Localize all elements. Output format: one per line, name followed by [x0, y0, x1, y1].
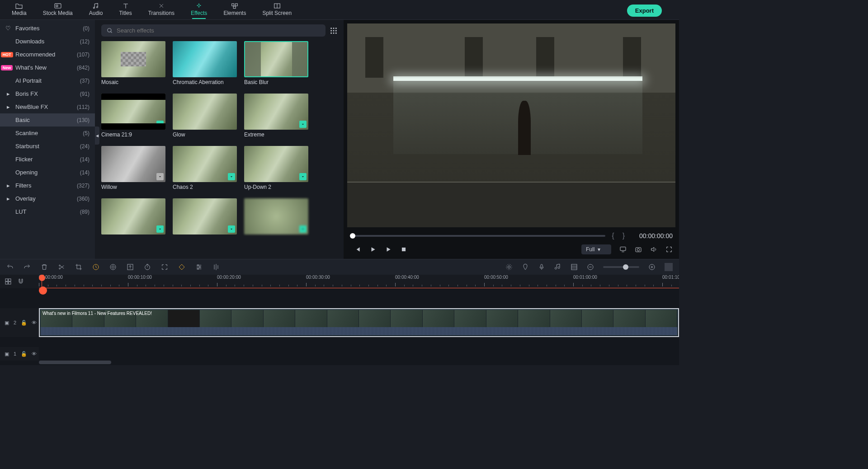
effect-thumb[interactable]: [173, 41, 237, 77]
effect-card[interactable]: [244, 198, 308, 236]
sidebar-item-boris-fx[interactable]: ▸Boris FX(91): [0, 87, 95, 100]
effect-thumb[interactable]: [101, 198, 165, 234]
effect-thumb[interactable]: [101, 41, 165, 77]
effect-card[interactable]: Up-Down 2: [244, 146, 308, 190]
mixer-button[interactable]: [554, 263, 561, 271]
effect-thumb[interactable]: [173, 94, 237, 130]
volume-button[interactable]: [650, 246, 657, 253]
zoom-out-button[interactable]: [587, 263, 594, 271]
fullscreen-button[interactable]: [665, 246, 673, 253]
effect-thumb[interactable]: [101, 146, 165, 182]
display-button[interactable]: [619, 246, 627, 253]
lock-icon[interactable]: 🔓: [21, 320, 27, 326]
duration-button[interactable]: [144, 263, 151, 271]
sidebar-item-what-s-new[interactable]: NewWhat's New(842): [0, 61, 95, 74]
greenscreen-button[interactable]: [127, 263, 134, 271]
sidebar-item-scanline[interactable]: Scanline(5): [0, 127, 95, 140]
split-button[interactable]: [58, 263, 65, 271]
track-options-button[interactable]: [5, 278, 12, 285]
play-button[interactable]: [370, 246, 376, 253]
zoom-in-button[interactable]: [648, 263, 656, 271]
search-input[interactable]: [117, 27, 320, 34]
search-box[interactable]: [101, 24, 326, 37]
effect-card[interactable]: Willow: [101, 146, 165, 190]
prev-frame-button[interactable]: [354, 246, 361, 253]
effect-card[interactable]: Glow: [173, 94, 237, 138]
sidebar-collapse[interactable]: ◀: [95, 127, 99, 145]
sidebar-item-starburst[interactable]: Starburst(24): [0, 140, 95, 153]
effect-thumb[interactable]: [173, 198, 237, 234]
audio-adjust-button[interactable]: [212, 263, 220, 271]
scrub-track[interactable]: [350, 235, 605, 237]
scrub-handle[interactable]: [350, 233, 355, 239]
audio-track-body[interactable]: [39, 347, 679, 361]
record-button[interactable]: [538, 263, 545, 271]
effect-card[interactable]: Basic Blur: [244, 41, 308, 85]
nav-audio[interactable]: Audio: [81, 3, 111, 16]
effect-thumb[interactable]: [244, 146, 308, 182]
effect-thumb[interactable]: [244, 94, 308, 130]
sidebar-item-flicker[interactable]: Flicker(14): [0, 153, 95, 166]
nav-media[interactable]: Media: [4, 3, 35, 16]
eye-icon[interactable]: 👁: [32, 351, 37, 356]
effect-card[interactable]: Cinema 21:9: [101, 94, 165, 138]
timeline-hscroll[interactable]: [0, 361, 679, 365]
nav-elements[interactable]: Elements: [215, 3, 254, 16]
timeline-ruler[interactable]: 00:00:00:0000:00:10:0000:00:20:0000:00:3…: [39, 275, 679, 288]
video-track-body[interactable]: What's new in Filmora 11 - New Features …: [39, 308, 679, 337]
eye-icon[interactable]: 👁: [32, 320, 37, 325]
next-button[interactable]: [385, 246, 392, 253]
effect-thumb[interactable]: [244, 41, 308, 77]
sidebar-item-recommended[interactable]: HOTRecommended(107): [0, 48, 95, 61]
preview-canvas[interactable]: [347, 23, 675, 227]
effect-card[interactable]: Chromatic Aberration: [173, 41, 237, 85]
zoom-slider[interactable]: [603, 266, 639, 268]
export-button[interactable]: Export: [627, 5, 662, 17]
sidebar-item-overlay[interactable]: ▸Overlay(360): [0, 192, 95, 205]
effect-card[interactable]: [101, 198, 165, 236]
grid-view-toggle[interactable]: [330, 27, 337, 34]
render-button[interactable]: [505, 263, 513, 271]
nav-transitions[interactable]: Transitions: [140, 3, 183, 16]
delete-button[interactable]: [41, 263, 48, 271]
effect-thumb[interactable]: [101, 94, 165, 130]
sidebar-item-ai-portrait[interactable]: AI Portrait(37): [0, 74, 95, 87]
sidebar-item-downloads[interactable]: Downloads(12): [0, 35, 95, 48]
redo-button[interactable]: [24, 263, 31, 271]
speed-button[interactable]: [92, 263, 99, 271]
snap-button[interactable]: [17, 278, 24, 285]
video-clip[interactable]: What's new in Filmora 11 - New Features …: [39, 308, 679, 337]
track-manage-button[interactable]: [571, 263, 578, 271]
undo-button[interactable]: [6, 263, 14, 271]
sidebar-item-opening[interactable]: Opening(14): [0, 166, 95, 179]
effect-thumb[interactable]: [244, 198, 308, 234]
effect-card[interactable]: Mosaic: [101, 41, 165, 85]
effect-card[interactable]: Chaos 2: [173, 146, 237, 190]
sidebar-item-newblue-fx[interactable]: ▸NewBlue FX(112): [0, 100, 95, 113]
nav-split-screen[interactable]: Split Screen: [254, 3, 300, 16]
lock-icon[interactable]: 🔓: [21, 351, 27, 357]
inout-brackets[interactable]: {}: [612, 232, 633, 240]
crop-button[interactable]: [75, 263, 82, 271]
sidebar-item-filters[interactable]: ▸Filters(327): [0, 179, 95, 192]
effect-thumb[interactable]: [173, 146, 237, 182]
adjust-button[interactable]: [195, 263, 203, 271]
zoom-fit-button[interactable]: [665, 263, 673, 271]
sidebar-item-favorites[interactable]: ♡Favorites(0): [0, 22, 95, 35]
sidebar-item-basic[interactable]: Basic(130): [0, 113, 95, 127]
keyframe-button[interactable]: [178, 263, 185, 271]
nav-stock-media[interactable]: Stock Media: [35, 3, 81, 16]
zoom-handle[interactable]: [623, 264, 628, 270]
quality-dropdown[interactable]: Full ▾: [581, 244, 611, 254]
snapshot-button[interactable]: [635, 246, 642, 253]
effect-card[interactable]: Extreme: [244, 94, 308, 138]
marker-button[interactable]: [522, 263, 529, 271]
sidebar-item-lut[interactable]: LUT(89): [0, 205, 95, 218]
nav-titles[interactable]: Titles: [111, 3, 140, 16]
stop-button[interactable]: [401, 246, 407, 253]
color-button[interactable]: [109, 263, 117, 271]
nav-effects[interactable]: Effects: [183, 3, 215, 16]
playhead-knob[interactable]: [39, 286, 47, 295]
effect-card[interactable]: [173, 198, 237, 236]
detect-button[interactable]: [161, 263, 168, 271]
